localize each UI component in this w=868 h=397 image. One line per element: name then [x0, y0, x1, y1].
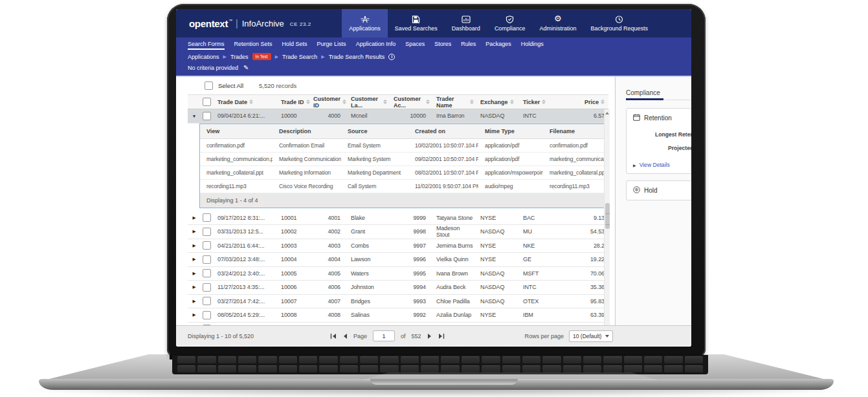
documents-header-row: View Description Source Created on Mime …: [200, 124, 608, 139]
cell-price: 95.83: [553, 298, 608, 305]
subnav-item-rules[interactable]: Rules: [461, 41, 476, 48]
subnav-links: Search Forms Retention Sets Hold Sets Pu…: [188, 41, 691, 50]
column-header-trade-id[interactable]: Trade ID: [281, 99, 313, 105]
document-row: confirmation.pdf Confirmation Email Emai…: [200, 139, 608, 153]
collapse-row-icon[interactable]: ▼: [192, 114, 196, 118]
keyboard-key: [603, 356, 621, 363]
cell-trader-name: Audra Beck: [430, 284, 474, 290]
table-row[interactable]: ▶ 03/24/2012 3:40:... 10005 4005 Waters …: [188, 267, 608, 281]
row-checkbox[interactable]: [203, 269, 211, 277]
results-area: Select All 5,520 records Trade Date Trad…: [176, 77, 615, 325]
last-page-button[interactable]: [438, 333, 445, 339]
row-checkbox[interactable]: [203, 228, 211, 236]
column-header-exchange[interactable]: Exchange: [474, 99, 517, 105]
subnav-item-purge-lists[interactable]: Purge Lists: [317, 41, 346, 48]
expand-row-icon[interactable]: ▶: [193, 229, 196, 234]
tab-compliance[interactable]: Compliance: [626, 89, 660, 96]
expand-row-icon[interactable]: ▶: [193, 271, 196, 276]
subnav-item-hold-sets[interactable]: Hold Sets: [282, 41, 307, 48]
column-header-customer-id[interactable]: Customer ID: [313, 96, 344, 109]
table-row[interactable]: ▶ 09/17/2012 8:31:... 10001 4001 Blake 9…: [188, 211, 608, 226]
scroll-up-icon[interactable]: [605, 109, 610, 116]
nav-item-administration[interactable]: ⚙ Administration: [532, 9, 583, 38]
subnav-item-packages[interactable]: Packages: [485, 41, 511, 48]
rows-per-page-select[interactable]: 10 (Default): [569, 330, 613, 342]
page-label: Page: [353, 333, 367, 339]
nav-label: Background Requests: [590, 25, 648, 32]
cell-price: 54.53: [553, 228, 608, 235]
table-row-selected[interactable]: ▼ 09/04/2014 6:21:... 10000 4000 Mcneil …: [188, 109, 608, 123]
row-checkbox[interactable]: [203, 297, 211, 305]
cell-customer-id: 4000: [313, 113, 344, 119]
cell-exchange: NASDAQ: [474, 228, 517, 235]
cell-customer-last: Bridges: [344, 298, 387, 305]
nav-item-dashboard[interactable]: Dashboard: [445, 9, 487, 38]
nav-item-background-requests[interactable]: Background Requests: [583, 9, 655, 38]
breadcrumb-trades[interactable]: Trades: [230, 54, 249, 60]
info-icon[interactable]: i: [388, 54, 395, 60]
cell-customer-id: 4001: [313, 215, 344, 221]
subnav-item-retention-sets[interactable]: Retention Sets: [234, 41, 273, 48]
doc-cell-created-on: 11/02/2001 9:50:07.104 PM: [408, 183, 478, 189]
subnav-item-application-info[interactable]: Application Info: [356, 41, 396, 48]
select-all-checkbox[interactable]: [205, 81, 213, 90]
expand-row-icon[interactable]: ▶: [193, 243, 196, 248]
table-row[interactable]: ▶ 04/21/2011 6:44:... 10003 4003 Combs 9…: [188, 239, 608, 253]
row-checkbox[interactable]: [203, 283, 211, 292]
shield-icon: [506, 16, 514, 23]
row-checkbox[interactable]: [203, 213, 211, 222]
column-header-customer-account[interactable]: Customer Ac...: [387, 96, 430, 109]
table-row[interactable]: ▶ 08/05/2014 5:29:... 10008 4008 Salinas…: [188, 308, 608, 323]
expand-row-icon[interactable]: ▶: [193, 215, 196, 220]
page-number-input[interactable]: [373, 330, 395, 341]
subnav-item-spaces[interactable]: Spaces: [405, 41, 425, 48]
breadcrumb-trade-search[interactable]: Trade Search: [282, 54, 317, 60]
nav-item-applications[interactable]: Applications: [342, 9, 388, 38]
cell-trade-id: 10008: [281, 312, 313, 318]
next-page-button[interactable]: [427, 333, 432, 339]
table-scrollbar[interactable]: [604, 109, 610, 325]
nav-item-compliance[interactable]: Compliance: [487, 9, 533, 38]
column-header-trade-date[interactable]: Trade Date: [217, 99, 281, 105]
view-details-link[interactable]: ▶ View Details: [633, 162, 691, 168]
cell-trader-name: Ima Barron: [430, 113, 474, 119]
column-header-customer-last[interactable]: Customer La...: [344, 96, 387, 109]
subnav-item-search-forms[interactable]: Search Forms: [188, 41, 225, 50]
rows-per-page-label: Rows per page: [524, 333, 564, 339]
table-row[interactable]: ▶ 07/03/2012 3:48:... 10004 4004 Lawson …: [188, 253, 608, 267]
expand-row-icon[interactable]: ▶: [193, 299, 196, 304]
table-row[interactable]: ▶ 03/27/2014 7:42:... 10007 4007 Bridges…: [188, 295, 608, 309]
cell-customer-account: 10000: [387, 113, 430, 119]
table-row[interactable]: ▶ 03/31/2013 12:5... 10002 4002 Grant 99…: [188, 225, 608, 239]
document-link[interactable]: recording11.mp3: [200, 183, 273, 189]
first-page-button[interactable]: [330, 333, 337, 339]
expand-row-icon[interactable]: ▶: [193, 312, 196, 317]
expand-row-icon[interactable]: ▶: [193, 284, 196, 290]
document-link[interactable]: marketing_collateral.ppt: [200, 169, 273, 176]
row-checkbox[interactable]: [203, 241, 211, 250]
sort-icon: [249, 100, 253, 104]
subnav-item-holdings[interactable]: Holdings: [521, 41, 544, 48]
row-checkbox[interactable]: [203, 255, 211, 264]
nav-item-saved-searches[interactable]: Saved Searches: [388, 9, 445, 38]
document-link[interactable]: marketing_communication.pdf: [200, 156, 273, 162]
breadcrumb-applications[interactable]: Applications: [188, 54, 219, 60]
cell-price: 70.06: [553, 270, 608, 277]
previous-page-button[interactable]: [342, 333, 348, 339]
row-checkbox[interactable]: [203, 311, 211, 319]
keyboard-key: [360, 365, 378, 372]
expand-row-icon[interactable]: ▶: [193, 257, 196, 262]
subnav-item-stores[interactable]: Stores: [434, 41, 451, 48]
column-header-trader-name[interactable]: Trader Name: [430, 96, 474, 109]
cell-exchange: NASDAQ: [474, 270, 517, 277]
document-link[interactable]: confirmation.pdf: [200, 142, 273, 149]
cell-exchange: NASDAQ: [474, 113, 517, 119]
row-checkbox[interactable]: [203, 112, 211, 120]
cell-customer-account: 9998: [387, 228, 430, 235]
header-checkbox[interactable]: [203, 98, 211, 106]
table-row[interactable]: ▶ 11/27/2013 4:35:... 10006 4006 Johnsto…: [188, 281, 608, 295]
scrollbar-thumb[interactable]: [605, 203, 610, 229]
column-header-ticker[interactable]: Ticker: [517, 99, 553, 105]
edit-criteria-icon[interactable]: ✎: [243, 64, 249, 71]
column-header-price[interactable]: Price: [553, 99, 608, 105]
